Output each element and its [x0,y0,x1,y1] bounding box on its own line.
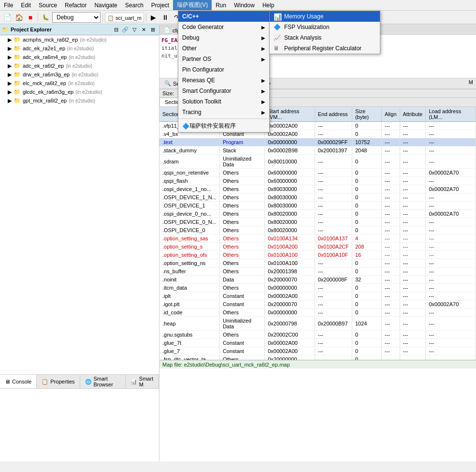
arrow-right-icon: ▶ [261,35,265,41]
memory-usage-icon: 📊 [274,13,282,20]
partner-os-label: Partner OS [182,56,211,62]
arrow-right-icon: ▶ [261,99,265,104]
stack-analysis-label: Stack Analysis [284,34,321,41]
arrow-right-icon: ▶ [261,25,265,30]
other-menu-label: Other [182,45,197,52]
menu-peripheral-calc[interactable]: 🖩 Peripheral Register Calculator [270,43,380,54]
peripheral-calc-label: Peripheral Register Calculator [284,45,361,52]
menu-code-generator[interactable]: Code Generator ▶ [178,22,269,32]
menu-overlay: C/C++ Code Generator ▶ Debug ▶ Other ▶ P… [0,0,476,472]
menu-stack-analysis[interactable]: 📈 Stack Analysis [270,32,380,43]
code-gen-label: Code Generator [182,24,224,30]
debug-menu-label: Debug [182,34,199,41]
menu-debug[interactable]: Debug ▶ [178,32,269,43]
arrow-right-icon: ▶ [261,88,265,94]
cpp-label: C/C++ [182,13,199,20]
arrow-right-icon: ▶ [261,78,265,83]
dropdown-memory: 📊 Memory Usage 🔷 FSP Visualization 📈 Sta… [269,11,380,54]
smart-conf-label: Smart Configurator [182,88,231,94]
menu-renesas-qe[interactable]: Renesas QE ▶ [178,75,269,86]
fsp-visualization-label: FSP Visualization [284,24,330,30]
tracing-label: Tracing [182,109,202,116]
memory-usage-label: Memory Usage [284,13,323,20]
menu-tracing[interactable]: Tracing ▶ [178,107,269,118]
arrow-right-icon: ▶ [261,57,265,62]
dropdown-c: C/C++ Code Generator ▶ Debug ▶ Other ▶ P… [178,11,270,133]
renesas-qe-label: Renesas QE [182,77,215,84]
install-icon: 🔷 [182,123,189,130]
fsp-visualization-icon: 🔷 [274,24,282,30]
menu-cpp-header: C/C++ [178,11,269,22]
pin-conf-label: Pin Configurator [182,66,224,73]
menu-fsp-visualization[interactable]: 🔷 FSP Visualization [270,22,380,32]
install-label: 瑞萨软件安装程序 [189,122,236,130]
menu-partner-os[interactable]: Partner OS ▶ [178,54,269,64]
menu-other[interactable]: Other ▶ [178,43,269,54]
stack-analysis-icon: 📈 [274,34,282,41]
menu-memory-usage[interactable]: 📊 Memory Usage [270,11,380,22]
menu-pin-configurator[interactable]: Pin Configurator [178,64,269,75]
menu-install[interactable]: 🔷 瑞萨软件安装程序 [178,120,269,132]
menu-separator [178,118,269,119]
menu-smart-configurator[interactable]: Smart Configurator ▶ [178,86,269,96]
peripheral-calc-icon: 🖩 [274,45,282,52]
arrow-right-icon: ▶ [261,110,265,115]
menu-solution-toolkit[interactable]: Solution Toolkit ▶ [178,96,269,107]
arrow-right-icon: ▶ [261,46,265,51]
solution-toolkit-label: Solution Toolkit [182,98,221,105]
